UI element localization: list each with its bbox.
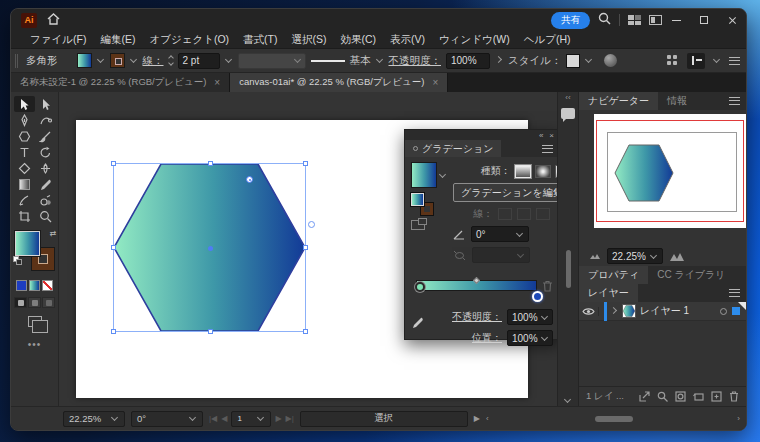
maximize-button[interactable]: [690, 9, 718, 31]
curvature-tool[interactable]: [35, 112, 56, 128]
eyedropper-tool[interactable]: [35, 176, 56, 192]
document-tab-untitled[interactable]: 名称未設定-1 @ 22.25 % (RGB/プレビュー) ×: [11, 73, 230, 92]
workspace-grid-icon[interactable]: [667, 55, 679, 67]
screen-mode-button[interactable]: [28, 316, 42, 327]
layer-name[interactable]: レイヤー 1: [640, 304, 689, 318]
gradient-panel-tab[interactable]: グラデーション: [405, 140, 501, 157]
freeform-gradient-button[interactable]: [555, 165, 557, 178]
menu-select[interactable]: 選択(S): [284, 33, 333, 47]
stroke-dropdown-icon[interactable]: [129, 56, 136, 63]
reverse-gradient-icon[interactable]: [411, 220, 425, 230]
gradient-slider[interactable]: [413, 276, 551, 298]
libraries-tab[interactable]: CC ライブラリ: [648, 266, 734, 284]
vertical-scrollbar-thumb[interactable]: [566, 250, 571, 288]
share-button[interactable]: 共有: [551, 12, 590, 29]
tab-close-icon[interactable]: ×: [214, 77, 220, 88]
handle-bottom-right[interactable]: [303, 329, 308, 334]
menu-type[interactable]: 書式(T): [236, 33, 284, 47]
zoom-out-icon[interactable]: [589, 252, 601, 260]
gradient-panel-menu-icon[interactable]: [542, 145, 553, 153]
panel-layout-icon[interactable]: [649, 15, 662, 25]
zoom-tool[interactable]: [35, 208, 56, 224]
panel-close-icon[interactable]: ×: [549, 131, 554, 140]
rotation-dropdown[interactable]: 0°: [131, 411, 203, 427]
handle-bottom-left[interactable]: [111, 329, 116, 334]
scale-tool[interactable]: [14, 160, 35, 176]
selection-tool[interactable]: [14, 96, 35, 112]
direct-selection-tool[interactable]: [35, 96, 56, 112]
handle-top-center[interactable]: [208, 161, 213, 166]
edit-gradient-button[interactable]: グラデーションを編集: [453, 183, 557, 202]
opacity-field[interactable]: 100%: [446, 53, 490, 69]
layers-menu-icon[interactable]: [729, 289, 740, 297]
horizontal-scrollbar-thumb[interactable]: [595, 416, 633, 422]
search-icon[interactable]: [598, 11, 611, 29]
gradient-ramp[interactable]: [416, 280, 537, 291]
new-sublayer-icon[interactable]: [693, 391, 704, 402]
artboard-tool[interactable]: [14, 208, 35, 224]
new-layer-icon[interactable]: [711, 391, 722, 402]
stroke-profile-dropdown[interactable]: 基本: [311, 54, 384, 68]
stroke-weight-dropdown-icon[interactable]: [224, 56, 231, 63]
type-tool[interactable]: [14, 144, 35, 160]
navigator-menu-icon[interactable]: [729, 97, 740, 105]
artboard-number-field[interactable]: 1: [231, 411, 271, 427]
gradient-presets-dropdown-icon[interactable]: [439, 171, 446, 178]
fill-dropdown-icon[interactable]: [96, 56, 103, 63]
gradient-tool[interactable]: [14, 176, 35, 192]
scroll-left-icon[interactable]: ‹: [486, 414, 489, 423]
style-swatch[interactable]: [566, 54, 580, 68]
handle-top-left[interactable]: [111, 161, 116, 166]
status-expand-icon[interactable]: ▶: [474, 414, 480, 423]
mini-fill-indicator[interactable]: [411, 193, 424, 206]
stroke-weight-label[interactable]: 線：: [143, 54, 164, 68]
gradient-preview-swatch[interactable]: [411, 162, 437, 188]
status-display-field[interactable]: 選択: [300, 411, 468, 427]
canvas-area[interactable]: « × グラデーション: [59, 92, 557, 406]
menu-window[interactable]: ウィンドウ(W): [432, 33, 517, 47]
swap-fill-stroke-icon[interactable]: ⇄: [50, 229, 57, 238]
layer-expand-icon[interactable]: [610, 306, 617, 313]
handle-middle-right[interactable]: [303, 245, 308, 250]
comment-panel-icon[interactable]: [561, 108, 575, 119]
document-tab-canvas01[interactable]: canvas-01ai* @ 22.25 % (RGB/プレビュー) ×: [230, 73, 448, 92]
side-widget[interactable]: [308, 221, 315, 228]
scroll-down-icon[interactable]: [564, 396, 571, 403]
make-mask-icon[interactable]: [675, 391, 686, 402]
radial-gradient-button[interactable]: [535, 165, 551, 178]
rotate-tool[interactable]: [35, 144, 56, 160]
paintbrush-tool[interactable]: [35, 128, 56, 144]
width-tool[interactable]: [35, 160, 56, 176]
menu-file[interactable]: ファイル(F): [23, 33, 93, 47]
gradient-mode-button[interactable]: [29, 280, 40, 291]
stroke-weight-stepper[interactable]: [169, 56, 173, 65]
info-tab[interactable]: 情報: [658, 92, 696, 110]
layer-row[interactable]: レイヤー 1: [579, 302, 746, 321]
close-button[interactable]: [718, 9, 746, 31]
gradient-stop-end[interactable]: [532, 291, 543, 302]
handle-middle-left[interactable]: [111, 245, 116, 250]
horizontal-scrollbar[interactable]: [501, 414, 726, 424]
gradient-angle-field[interactable]: 0°: [471, 226, 529, 242]
scroll-right-icon[interactable]: ›: [737, 414, 740, 423]
layer-target-icon[interactable]: [720, 308, 727, 315]
document-setup-icon[interactable]: [604, 54, 617, 67]
navigator-zoom-field[interactable]: 22.25%: [607, 248, 663, 264]
pen-tool[interactable]: [14, 112, 35, 128]
draw-normal-button[interactable]: [14, 297, 27, 308]
layer-thumbnail[interactable]: [622, 304, 636, 318]
menu-edit[interactable]: 編集(E): [93, 33, 142, 47]
next-artboard-icon[interactable]: ▶: [275, 414, 281, 423]
previous-artboard-icon[interactable]: ◀: [221, 414, 227, 423]
zoom-level-dropdown[interactable]: 22.25%: [63, 411, 125, 427]
none-mode-button[interactable]: [42, 280, 53, 291]
navigator-tab[interactable]: ナビゲーター: [579, 92, 658, 110]
locate-object-icon[interactable]: [657, 391, 668, 402]
edit-toolbar-button[interactable]: •••: [28, 339, 42, 350]
symbol-sprayer-tool[interactable]: [35, 192, 56, 208]
layer-visibility-toggle[interactable]: [579, 307, 599, 316]
layers-panel-body[interactable]: [579, 321, 746, 386]
shape-tool-polygon[interactable]: [14, 128, 35, 144]
default-fill-stroke-icon[interactable]: [13, 256, 22, 265]
gradient-fill-stroke-toggle[interactable]: [411, 193, 433, 215]
